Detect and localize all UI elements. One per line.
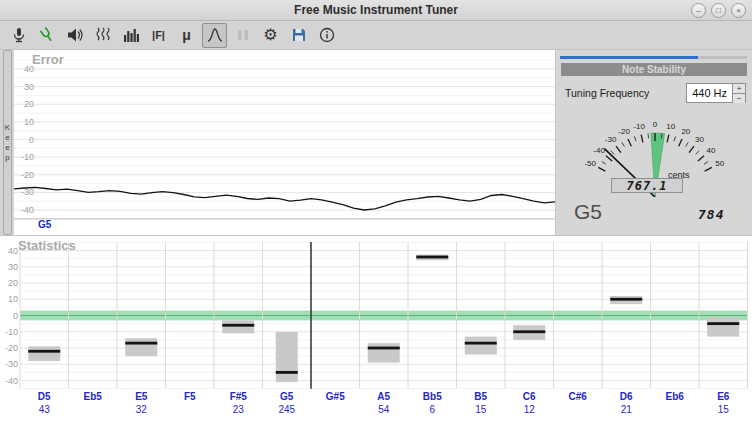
- note-label: G5: [280, 391, 294, 402]
- speaker-button[interactable]: [62, 23, 87, 48]
- error-plot-svg: 403020100-10-20-30-40: [14, 50, 555, 235]
- error-y-tick: 10: [24, 117, 34, 127]
- note-label: F5: [184, 391, 196, 402]
- stats-y-tick: 20: [8, 278, 18, 288]
- note-error-median: [707, 322, 739, 325]
- note-error-range: [368, 343, 400, 363]
- note-error-range: [465, 337, 497, 355]
- note-label: Eb6: [666, 391, 685, 402]
- note-error-median: [513, 330, 545, 333]
- maximize-icon: □: [716, 6, 721, 15]
- note-label: C6: [523, 391, 536, 402]
- pause-icon: [234, 26, 252, 44]
- note-label: Eb5: [84, 391, 103, 402]
- note-error-median: [276, 371, 298, 374]
- error-y-tick: 0: [29, 135, 34, 145]
- waveform-icon: [94, 26, 112, 44]
- note-error-median: [368, 347, 400, 350]
- save-button[interactable]: [286, 23, 311, 48]
- maximize-button[interactable]: □: [711, 3, 726, 18]
- fourier-button[interactable]: |F|: [146, 23, 171, 48]
- stats-y-tick: 10: [8, 294, 18, 304]
- waveform-button[interactable]: [90, 23, 115, 48]
- about-button[interactable]: [314, 23, 339, 48]
- stability-progress: [560, 56, 747, 59]
- note-error-median: [465, 342, 497, 345]
- gaussian-curve-icon: [206, 26, 224, 44]
- note-error-median: [222, 324, 254, 327]
- mean-button[interactable]: μ: [174, 23, 199, 48]
- tuning-fork-button[interactable]: [34, 23, 59, 48]
- note-error-median: [28, 350, 60, 353]
- stats-y-tick: 30: [8, 262, 18, 272]
- minimize-button[interactable]: –: [691, 3, 706, 18]
- detected-note: G5: [574, 200, 602, 224]
- note-count: 43: [39, 404, 51, 415]
- gauge-tick-label: 50: [715, 159, 724, 168]
- gaussian-button[interactable]: [202, 23, 227, 48]
- close-icon: ×: [736, 6, 741, 15]
- save-icon: [290, 26, 308, 44]
- statistics-panel: 403020100-10-20-30-40D543Eb5E532F5F#523G…: [0, 235, 752, 422]
- pause-button[interactable]: [230, 23, 255, 48]
- note-count: 54: [378, 404, 390, 415]
- histogram-button[interactable]: [118, 23, 143, 48]
- note-label: E5: [135, 391, 148, 402]
- note-error-range: [707, 317, 739, 337]
- error-current-note: G5: [38, 219, 51, 230]
- note-stability-panel: Note Stability Tuning Frequency 440 Hz +…: [555, 50, 752, 235]
- note-error-range: [28, 346, 60, 361]
- window-controls: – □ ×: [691, 3, 746, 18]
- note-count: 15: [718, 404, 730, 415]
- gear-icon: ⚙: [263, 27, 277, 43]
- gauge-tick-label: 30: [695, 135, 704, 144]
- gauge-tick-label: 0: [653, 120, 658, 129]
- close-button[interactable]: ×: [731, 3, 746, 18]
- note-label: Bb5: [423, 391, 442, 402]
- gauge-tick-label: -10: [633, 122, 645, 131]
- note-count: 32: [136, 404, 148, 415]
- stability-progress-fill: [560, 56, 698, 59]
- microphone-button[interactable]: [6, 23, 31, 48]
- keep-button[interactable]: Keep: [3, 50, 12, 235]
- note-error-range: [276, 332, 298, 382]
- note-error-median: [416, 256, 448, 259]
- stats-y-tick: -40: [5, 376, 18, 386]
- stats-y-tick: 0: [13, 311, 18, 321]
- settings-button[interactable]: ⚙: [258, 23, 283, 48]
- mu-icon: μ: [182, 27, 191, 43]
- stats-y-tick: 40: [8, 246, 18, 256]
- note-label: D5: [38, 391, 51, 402]
- gauge-tick-label: 40: [706, 146, 715, 155]
- error-y-tick: -40: [21, 205, 34, 215]
- microphone-icon: [10, 26, 28, 44]
- gauge-tick-label: -50: [584, 159, 596, 168]
- note-count: 15: [475, 404, 487, 415]
- histogram-icon: [122, 26, 140, 44]
- error-y-tick: -20: [21, 170, 34, 180]
- note-label: G#5: [326, 391, 345, 402]
- note-label: D6: [620, 391, 633, 402]
- info-icon: [318, 26, 336, 44]
- note-label: C#6: [569, 391, 588, 402]
- error-y-tick: 40: [24, 64, 34, 74]
- app-window: Free Music Instrument Tuner – □ × |F| μ: [0, 0, 752, 423]
- note-error-range: [125, 338, 157, 356]
- note-count: 21: [621, 404, 633, 415]
- frequency-increment-button[interactable]: +: [733, 84, 745, 94]
- fourier-icon: |F|: [152, 29, 165, 41]
- note-count: 6: [429, 404, 435, 415]
- gauge-tick-label: 20: [681, 127, 690, 136]
- window-title: Free Music Instrument Tuner: [294, 3, 458, 17]
- gauge-tick-label: -40: [593, 146, 605, 155]
- minimize-icon: –: [696, 6, 700, 15]
- toolbar: |F| μ ⚙: [0, 21, 752, 50]
- gauge-tick-label: 10: [666, 122, 675, 131]
- note-error-median: [125, 342, 157, 345]
- measured-frequency-readout: 767.1: [611, 178, 683, 193]
- error-y-tick: -10: [21, 152, 34, 162]
- error-y-tick: -30: [21, 187, 34, 197]
- error-y-tick: 30: [24, 82, 34, 92]
- tuning-fork-icon: [38, 26, 56, 44]
- target-frequency: 784: [698, 207, 724, 222]
